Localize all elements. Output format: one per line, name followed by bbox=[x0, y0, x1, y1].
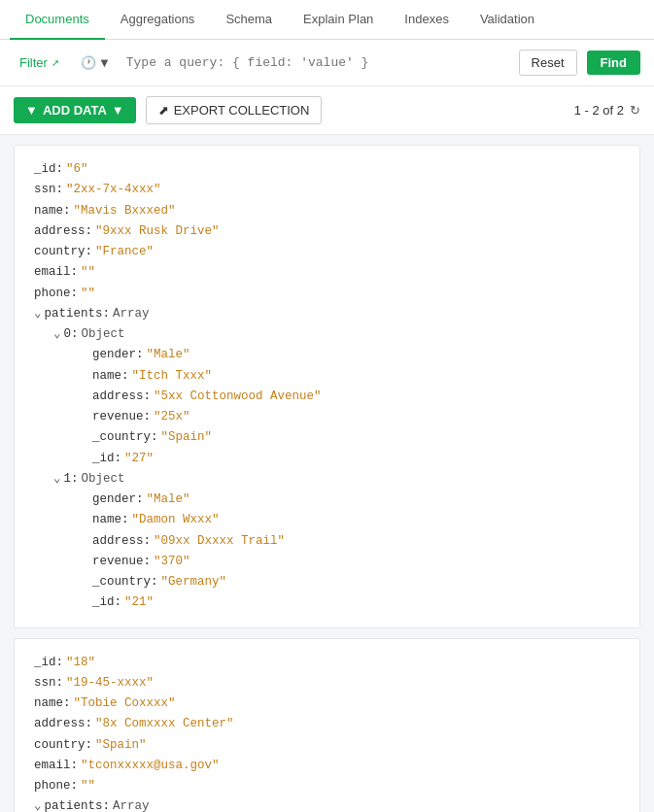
doc-field: email: "" bbox=[34, 262, 620, 283]
doc-array-field: ⌄ patients: Array bbox=[34, 796, 620, 812]
doc-field: revenue: "25x" bbox=[92, 407, 620, 427]
doc-field: address: "8x Comxxxx Center" bbox=[34, 714, 620, 734]
doc-field: name: "Mavis Bxxxed" bbox=[34, 201, 620, 221]
doc-field: phone: "" bbox=[34, 284, 620, 304]
tab-explain-plan[interactable]: Explain Plan bbox=[288, 0, 389, 40]
filter-label: Filter bbox=[19, 55, 48, 70]
query-toolbar: Filter ➚ 🕐 ▼ Reset Find bbox=[0, 40, 654, 86]
tab-documents[interactable]: Documents bbox=[10, 0, 105, 40]
collapse-item-icon[interactable]: ⌄ bbox=[53, 469, 61, 490]
document-card: _id: "6" ssn: "2xx-7x-4xxx" name: "Mavis… bbox=[14, 145, 640, 628]
dropdown-arrow-icon: ▼ bbox=[98, 55, 111, 70]
collapse-patients-icon[interactable]: ⌄ bbox=[34, 304, 42, 324]
tab-schema[interactable]: Schema bbox=[210, 0, 288, 40]
documents-area: _id: "6" ssn: "2xx-7x-4xxx" name: "Mavis… bbox=[0, 135, 654, 812]
tab-aggregations[interactable]: Aggregations bbox=[105, 0, 211, 40]
doc-field: ssn: "2xx-7x-4xxx" bbox=[34, 180, 620, 200]
add-data-label: ADD DATA bbox=[43, 103, 107, 118]
doc-field: phone: "" bbox=[34, 776, 620, 796]
action-bar: ▼ ADD DATA ▼ ⬈ EXPORT COLLECTION 1 - 2 o… bbox=[0, 86, 654, 135]
doc-field: revenue: "370" bbox=[92, 552, 620, 572]
tab-bar: Documents Aggregations Schema Explain Pl… bbox=[0, 0, 654, 40]
doc-field: country: "Spain" bbox=[34, 735, 620, 756]
export-collection-button[interactable]: ⬈ EXPORT COLLECTION bbox=[146, 96, 323, 124]
array-item-1-fields: gender: "Male" name: "Damon Wxxx" addres… bbox=[53, 490, 620, 614]
doc-field: address: "5xx Cottonwood Avenue" bbox=[92, 387, 620, 407]
tab-indexes[interactable]: Indexes bbox=[389, 0, 465, 40]
doc-field: _id: "6" bbox=[34, 159, 620, 180]
find-button[interactable]: Find bbox=[587, 51, 640, 75]
download-icon: ▼ bbox=[25, 103, 38, 118]
pagination-info: 1 - 2 of 2 ↻ bbox=[574, 103, 640, 118]
tab-validation[interactable]: Validation bbox=[465, 0, 550, 40]
document-card: _id: "18" ssn: "19-45-xxxx" name: "Tobie… bbox=[14, 638, 640, 813]
export-label: EXPORT COLLECTION bbox=[174, 103, 310, 118]
doc-field: _id: "21" bbox=[92, 592, 620, 613]
doc-field: _id: "18" bbox=[34, 653, 620, 673]
collapse-patients-icon[interactable]: ⌄ bbox=[34, 796, 42, 812]
doc-field: address: "9xxx Rusk Drive" bbox=[34, 221, 620, 242]
doc-field: ssn: "19-45-xxxx" bbox=[34, 673, 620, 694]
array-item-1: ⌄ 1: Object gender: "Male" name: "Damon … bbox=[34, 469, 620, 614]
export-icon: ⬈ bbox=[158, 103, 169, 118]
doc-field: name: "Tobie Coxxxx" bbox=[34, 694, 620, 714]
array-item-0-fields: gender: "Male" name: "Itch Txxx" address… bbox=[53, 345, 620, 469]
doc-field: _id: "27" bbox=[92, 449, 620, 469]
collapse-item-icon[interactable]: ⌄ bbox=[53, 324, 61, 345]
add-data-button[interactable]: ▼ ADD DATA ▼ bbox=[14, 97, 136, 123]
clock-icon: 🕐 bbox=[81, 55, 96, 70]
reset-button[interactable]: Reset bbox=[519, 50, 577, 76]
pagination-text: 1 - 2 of 2 bbox=[574, 103, 624, 118]
add-data-dropdown-icon: ▼ bbox=[112, 103, 124, 118]
doc-field: country: "France" bbox=[34, 242, 620, 262]
doc-field: _country: "Spain" bbox=[92, 427, 620, 448]
filter-button[interactable]: Filter ➚ bbox=[14, 51, 65, 74]
doc-field: name: "Itch Txxx" bbox=[92, 366, 620, 387]
doc-field: name: "Damon Wxxx" bbox=[92, 510, 620, 530]
doc-field: email: "tconxxxxx@usa.gov" bbox=[34, 756, 620, 776]
array-item-0: ⌄ 0: Object gender: "Male" name: "Itch T… bbox=[34, 324, 620, 469]
refresh-icon[interactable]: ↻ bbox=[630, 103, 640, 118]
query-history-button[interactable]: 🕐 ▼ bbox=[75, 51, 117, 74]
query-input[interactable] bbox=[126, 55, 509, 70]
doc-field: _country: "Germany" bbox=[92, 572, 620, 592]
external-link-icon: ➚ bbox=[52, 57, 59, 68]
doc-field: address: "09xx Dxxxx Trail" bbox=[92, 531, 620, 552]
doc-field: gender: "Male" bbox=[92, 490, 620, 510]
doc-field: gender: "Male" bbox=[92, 345, 620, 365]
doc-array-field: ⌄ patients: Array bbox=[34, 304, 620, 324]
